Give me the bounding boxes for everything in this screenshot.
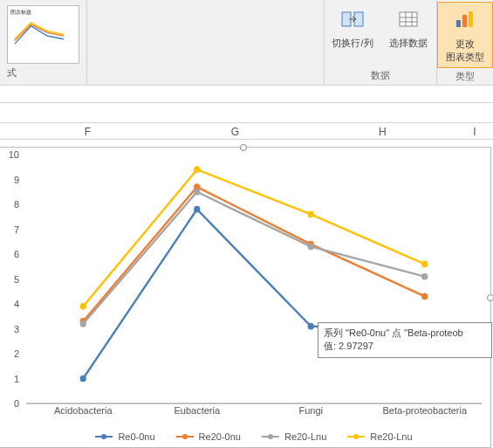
formula-bar-area bbox=[0, 86, 493, 103]
select-data-icon bbox=[396, 9, 421, 31]
y-tick: 1 bbox=[14, 374, 19, 384]
data-point[interactable] bbox=[421, 261, 428, 268]
switch-row-col-icon bbox=[340, 9, 365, 31]
y-tick: 4 bbox=[14, 299, 19, 309]
tooltip-value: 值: 2.97297 bbox=[324, 340, 486, 353]
y-tick: 3 bbox=[14, 324, 19, 334]
change-type-label-2: 图表类型 bbox=[446, 51, 484, 64]
legend-item[interactable]: Re0-0nu bbox=[95, 431, 154, 442]
data-point[interactable] bbox=[308, 244, 314, 251]
select-data-button[interactable]: 选择数据 bbox=[380, 2, 436, 67]
legend-item[interactable]: Re20-0nu bbox=[176, 431, 241, 442]
y-tick: 10 bbox=[9, 149, 19, 160]
col-header-F[interactable]: F bbox=[14, 123, 161, 139]
legend-swatch bbox=[262, 436, 279, 438]
legend-swatch bbox=[95, 436, 113, 438]
series-line[interactable] bbox=[83, 169, 425, 307]
tooltip-series: 系列 "Re0-0nu" 点 "Beta-proteob bbox=[324, 327, 486, 340]
ribbon-group-type: 更改 图表类型 类型 bbox=[436, 0, 493, 85]
col-header-G[interactable]: G bbox=[161, 123, 309, 139]
x-category: Eubacteria bbox=[140, 405, 255, 421]
data-point[interactable] bbox=[80, 320, 86, 327]
type-group-label: 类型 bbox=[437, 68, 493, 86]
resize-handle-top[interactable] bbox=[240, 144, 247, 151]
svg-rect-7 bbox=[456, 20, 461, 27]
y-tick: 6 bbox=[14, 249, 19, 259]
datapoint-tooltip: 系列 "Re0-0nu" 点 "Beta-proteob 值: 2.97297 bbox=[318, 322, 492, 358]
legend-swatch bbox=[347, 436, 365, 438]
legend-item[interactable]: Re20-Lnu bbox=[347, 431, 412, 442]
svg-rect-9 bbox=[469, 11, 473, 27]
legend-label: Re0-0nu bbox=[118, 431, 154, 442]
select-data-label: 选择数据 bbox=[389, 37, 428, 50]
legend-label: Re20-Lnu bbox=[284, 431, 326, 442]
x-category: Fungi bbox=[254, 405, 368, 421]
chart-thumbnail: 图表标题 bbox=[7, 5, 79, 64]
y-tick: 8 bbox=[14, 199, 19, 210]
y-tick: 5 bbox=[14, 274, 19, 285]
change-type-label-1: 更改 bbox=[455, 38, 475, 51]
change-chart-type-button[interactable]: 更改 图表类型 bbox=[437, 2, 493, 68]
data-point[interactable] bbox=[308, 211, 314, 218]
svg-rect-2 bbox=[400, 12, 417, 26]
change-chart-type-icon bbox=[453, 10, 477, 32]
worksheet[interactable]: F G H I 012345678910 AcidobacteriaEubact… bbox=[0, 103, 493, 448]
x-category: Acidobacteria bbox=[26, 405, 140, 421]
chart-style-preview[interactable]: 图表标题 式 bbox=[0, 0, 87, 85]
data-point[interactable] bbox=[194, 206, 200, 213]
data-point[interactable] bbox=[421, 273, 428, 280]
data-point[interactable] bbox=[421, 293, 428, 300]
data-point[interactable] bbox=[194, 189, 200, 196]
resize-handle-right[interactable] bbox=[487, 294, 493, 301]
data-point[interactable] bbox=[80, 303, 86, 310]
legend-item[interactable]: Re20-Lnu bbox=[262, 431, 326, 442]
y-tick: 2 bbox=[14, 348, 19, 359]
legend: Re0-0nuRe20-0nuRe20-LnuRe20-Lnu bbox=[26, 431, 482, 442]
data-point[interactable] bbox=[80, 376, 86, 383]
column-headers: F G H I bbox=[0, 122, 493, 140]
style-group-label: 式 bbox=[7, 64, 79, 79]
col-header-I[interactable]: I bbox=[456, 123, 493, 139]
ribbon: 图表标题 式 切换行/列 选择数据 bbox=[0, 0, 493, 86]
plot-area[interactable] bbox=[26, 155, 482, 403]
ribbon-group-data: 切换行/列 选择数据 数据 bbox=[324, 0, 436, 85]
x-axis: AcidobacteriaEubacteriaFungiBeta-proteob… bbox=[26, 405, 482, 421]
y-tick: 0 bbox=[14, 398, 19, 409]
y-tick: 7 bbox=[14, 224, 19, 235]
y-axis: 012345678910 bbox=[0, 155, 23, 403]
chart-svg bbox=[26, 155, 482, 403]
thumbnail-title: 图表标题 bbox=[10, 9, 76, 17]
y-tick: 9 bbox=[14, 175, 19, 185]
data-point[interactable] bbox=[194, 166, 200, 173]
x-category: Beta-proteobacteria bbox=[368, 405, 483, 421]
chart-object[interactable]: 012345678910 AcidobacteriaEubacteriaFung… bbox=[0, 147, 491, 448]
switch-row-col-label: 切换行/列 bbox=[332, 37, 373, 50]
legend-label: Re20-0nu bbox=[199, 431, 241, 442]
legend-swatch bbox=[176, 436, 194, 438]
data-group-label: 数据 bbox=[325, 67, 436, 85]
col-header-H[interactable]: H bbox=[309, 123, 456, 139]
switch-row-col-button[interactable]: 切换行/列 bbox=[325, 2, 380, 67]
svg-rect-8 bbox=[462, 15, 467, 27]
data-point[interactable] bbox=[308, 323, 314, 330]
legend-label: Re20-Lnu bbox=[370, 431, 412, 442]
